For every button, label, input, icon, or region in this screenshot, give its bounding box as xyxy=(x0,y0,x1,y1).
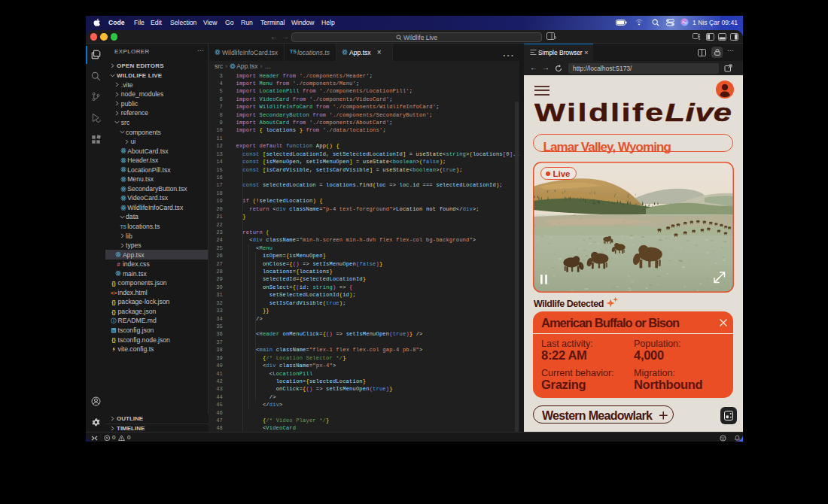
svg-text:ts: ts xyxy=(112,329,115,332)
